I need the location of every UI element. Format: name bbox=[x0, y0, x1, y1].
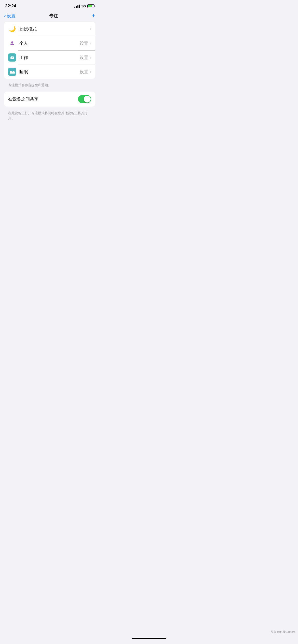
focus-modes-card: 🌙 勿扰模式 › 个人 设置 › bbox=[4, 22, 95, 79]
person-icon bbox=[8, 39, 16, 47]
sleep-secondary: 设置 bbox=[80, 69, 88, 75]
work-icon bbox=[8, 53, 16, 62]
dnd-row[interactable]: 🌙 勿扰模式 › bbox=[4, 22, 95, 36]
work-secondary: 设置 bbox=[80, 55, 88, 61]
network-label: 5G bbox=[82, 4, 86, 8]
share-toggle-label: 在设备之间共享 bbox=[8, 96, 78, 102]
back-button[interactable]: ‹ 设置 bbox=[4, 13, 16, 19]
svg-rect-5 bbox=[10, 71, 12, 72]
share-hint: 在此设备上打开专注模式将同时在您其他设备上将其打开。 bbox=[4, 109, 95, 126]
share-toggle-card: 在设备之间共享 bbox=[4, 92, 95, 107]
content-area: 🌙 勿扰模式 › 个人 设置 › bbox=[0, 22, 99, 126]
svg-rect-6 bbox=[12, 71, 14, 72]
back-label: 设置 bbox=[7, 13, 16, 19]
sleep-row[interactable]: 睡眠 设置 › bbox=[4, 65, 95, 79]
page-title: 专注 bbox=[49, 13, 58, 19]
signal-icon bbox=[74, 5, 80, 8]
dnd-chevron-icon: › bbox=[90, 27, 91, 31]
add-button[interactable]: + bbox=[92, 13, 95, 19]
status-time: 22:24 bbox=[5, 4, 16, 9]
sleep-icon bbox=[8, 68, 16, 76]
share-toggle-switch[interactable] bbox=[78, 95, 91, 103]
work-label: 工作 bbox=[19, 55, 80, 61]
toggle-knob bbox=[84, 96, 91, 103]
back-chevron-icon: ‹ bbox=[4, 13, 6, 18]
sleep-chevron-icon: › bbox=[90, 69, 91, 74]
moon-icon: 🌙 bbox=[8, 25, 16, 33]
personal-chevron-icon: › bbox=[90, 41, 91, 46]
battery-icon: ⚡ bbox=[87, 4, 94, 8]
status-icons: 5G ⚡ bbox=[74, 4, 94, 8]
svg-rect-4 bbox=[10, 72, 15, 74]
work-row[interactable]: 工作 设置 › bbox=[4, 50, 95, 65]
personal-row[interactable]: 个人 设置 › bbox=[4, 36, 95, 50]
status-bar: 22:24 5G ⚡ bbox=[0, 0, 99, 11]
personal-label: 个人 bbox=[19, 40, 80, 46]
work-chevron-icon: › bbox=[90, 55, 91, 60]
dnd-label: 勿扰模式 bbox=[19, 26, 88, 32]
sleep-label: 睡眠 bbox=[19, 69, 80, 75]
svg-point-2 bbox=[12, 57, 13, 58]
nav-bar: ‹ 设置 专注 + bbox=[0, 11, 99, 22]
focus-hint: 专注模式会静音提醒和通知。 bbox=[4, 81, 95, 92]
svg-point-0 bbox=[11, 41, 13, 43]
personal-secondary: 设置 bbox=[80, 40, 88, 46]
